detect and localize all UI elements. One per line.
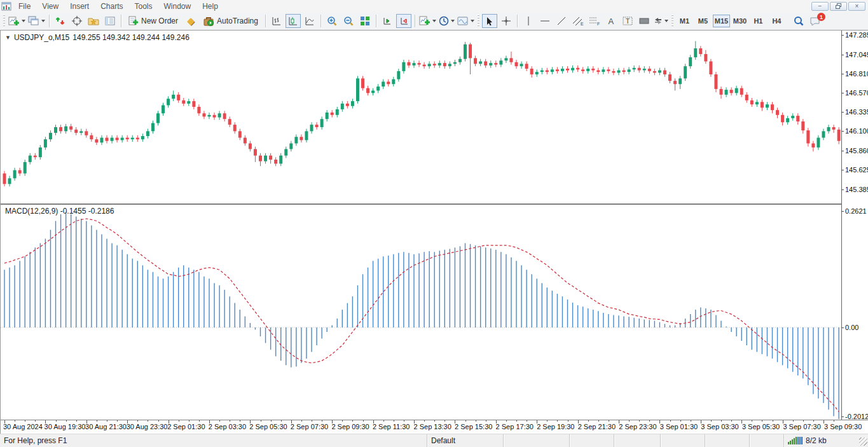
time-axis-label: 3 Sep 01:30 xyxy=(660,423,698,430)
macd-chart-canvas[interactable] xyxy=(1,205,841,420)
chart-ohlc-quotes: 149.255 149.342 149.244 149.246 xyxy=(72,33,189,42)
resize-grip[interactable] xyxy=(859,437,867,446)
time-axis-tick xyxy=(793,420,794,422)
time-axis-tick xyxy=(169,420,169,423)
periods-button[interactable] xyxy=(438,14,455,28)
autotrading-button[interactable]: AutoTrading xyxy=(200,14,262,28)
time-axis-tick xyxy=(332,420,333,423)
timeframe-h4-button[interactable]: H4 xyxy=(768,15,785,27)
menu-charts[interactable]: Charts xyxy=(95,1,128,11)
price-axis[interactable]: 147.285147.045146.810146.570146.335146.1… xyxy=(841,31,868,420)
menu-tools[interactable]: Tools xyxy=(129,1,158,11)
crosshair-button[interactable] xyxy=(499,14,514,28)
time-axis-tick xyxy=(803,420,804,422)
svg-text:★: ★ xyxy=(91,18,97,25)
text-button[interactable]: A xyxy=(603,14,619,28)
time-axis-tick xyxy=(261,420,261,422)
indicators-button[interactable] xyxy=(418,14,437,28)
bar-chart-button[interactable] xyxy=(269,14,284,28)
axis-tick-label: 0.2621 xyxy=(845,207,867,215)
zoom-out-button[interactable] xyxy=(341,14,356,28)
menu-window[interactable]: Window xyxy=(158,1,197,11)
fibonacci-button[interactable]: F xyxy=(587,14,602,28)
collapse-triangle-icon[interactable]: ▼ xyxy=(5,34,11,41)
timeframe-m30-button[interactable]: M30 xyxy=(731,15,748,27)
vertical-line-button[interactable] xyxy=(521,14,536,28)
arrows-dropdown-icon[interactable] xyxy=(665,20,668,22)
time-axis-tick xyxy=(547,420,548,422)
time-axis-tick xyxy=(189,420,189,422)
text-label-button[interactable]: T xyxy=(620,14,635,28)
timeframe-m1-button[interactable]: M1 xyxy=(676,15,693,27)
notification-badge: 1 xyxy=(817,13,825,21)
profiles-dropdown-icon[interactable] xyxy=(41,20,45,22)
toolbar-grip[interactable] xyxy=(3,15,6,27)
toolbar-grip-2[interactable] xyxy=(477,15,480,27)
line-chart-button[interactable] xyxy=(302,14,317,28)
market-watch-button[interactable] xyxy=(53,14,68,28)
axis-tick-label: 147.045 xyxy=(845,51,868,58)
time-axis-tick xyxy=(424,420,425,422)
menu-view[interactable]: View xyxy=(36,1,64,11)
axis-tick-label: 146.100 xyxy=(845,127,868,135)
trendline-button[interactable] xyxy=(554,14,569,28)
time-axis-tick xyxy=(4,420,5,423)
cursor-button[interactable] xyxy=(482,14,497,28)
time-axis-tick xyxy=(301,420,302,422)
time-axis-tick xyxy=(97,420,97,422)
indicators-dropdown-icon[interactable] xyxy=(432,20,436,22)
time-axis-tick xyxy=(486,420,486,422)
new-chart-button[interactable] xyxy=(8,14,26,28)
new-order-button[interactable]: New Order xyxy=(125,14,182,28)
minimize-button[interactable]: − xyxy=(811,2,829,11)
search-button[interactable] xyxy=(791,14,806,28)
notifications-button[interactable]: 1 xyxy=(808,14,823,28)
timeframe-h1-button[interactable]: H1 xyxy=(750,15,767,27)
time-axis-tick xyxy=(219,420,220,422)
arrows-button[interactable] xyxy=(653,14,669,28)
time-axis-tick xyxy=(834,420,834,422)
timeframe-m15-button[interactable]: M15 xyxy=(713,15,730,27)
chart-shift-button[interactable] xyxy=(396,14,411,28)
toolbox-button[interactable] xyxy=(102,14,118,28)
timeframe-m5-button[interactable]: M5 xyxy=(694,15,712,27)
search-icon xyxy=(794,16,804,26)
time-axis-tick xyxy=(179,420,179,422)
menu-insert[interactable]: Insert xyxy=(64,1,95,11)
templates-dropdown-icon[interactable] xyxy=(471,20,474,22)
autotrading-icon xyxy=(203,17,214,26)
candlestick-chart-button[interactable] xyxy=(286,14,301,28)
time-axis-tick xyxy=(291,420,292,423)
price-chart-canvas[interactable] xyxy=(1,31,841,203)
time-axis[interactable]: 30 Aug 202430 Aug 19:3030 Aug 21:3030 Au… xyxy=(1,420,868,434)
time-axis-label: 2 Sep 13:30 xyxy=(414,423,451,430)
periods-dropdown-icon[interactable] xyxy=(451,20,455,22)
restore-button[interactable] xyxy=(830,2,847,11)
tile-windows-button[interactable] xyxy=(357,14,373,28)
zoom-in-button[interactable] xyxy=(324,14,340,28)
time-axis-tick xyxy=(373,420,374,423)
time-axis-tick xyxy=(619,420,619,423)
auto-scroll-button[interactable] xyxy=(380,14,395,28)
data-window-button[interactable] xyxy=(69,14,85,28)
toolbar-grip-3[interactable] xyxy=(671,15,674,27)
menu-help[interactable]: Help xyxy=(196,1,224,11)
status-profile[interactable]: Default xyxy=(427,434,504,447)
navigator-button[interactable]: ★ xyxy=(86,14,101,28)
menu-file[interactable]: File xyxy=(13,1,36,11)
time-axis-label: 30 Aug 2024 xyxy=(3,423,43,430)
close-button[interactable]: × xyxy=(848,2,865,11)
templates-button[interactable] xyxy=(457,14,475,28)
rectangle-button[interactable] xyxy=(637,14,652,28)
profiles-button[interactable] xyxy=(27,14,46,28)
time-axis-tick xyxy=(158,420,159,422)
time-axis-tick xyxy=(45,420,46,423)
horizontal-line-button[interactable] xyxy=(537,14,553,28)
menu-bar: File View Insert Charts Tools Window Hel… xyxy=(0,0,868,12)
new-chart-dropdown-icon[interactable] xyxy=(22,20,25,22)
equidistant-channel-button[interactable]: E xyxy=(570,14,586,28)
diamond-button[interactable]: ◆ xyxy=(183,14,198,28)
diamond-icon: ◆ xyxy=(187,15,195,27)
time-axis-tick xyxy=(209,420,210,423)
status-connection: 8/2 kb xyxy=(784,434,868,447)
